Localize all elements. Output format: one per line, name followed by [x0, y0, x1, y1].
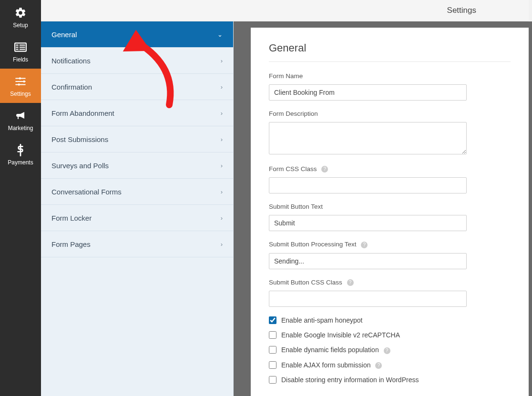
sidebar-label: Setup [13, 22, 28, 29]
page-title: Settings [447, 6, 476, 15]
settings-item-label: Conversational Forms [51, 188, 122, 196]
svg-rect-1 [16, 44, 18, 45]
form-name-label: Form Name [269, 72, 511, 80]
chevron-right-icon: › [221, 83, 223, 91]
checkbox-input[interactable] [269, 376, 276, 384]
chevron-right-icon: › [221, 214, 223, 222]
form-description-label: Form Description [269, 110, 511, 117]
checkbox-disable-storing[interactable]: Disable storing entry information in Wor… [269, 376, 511, 384]
divider [269, 61, 511, 62]
submit-css-label: Submit Button CSS Class ? [269, 279, 511, 286]
chevron-down-icon: ⌄ [217, 31, 223, 38]
settings-item-label: Form Locker [51, 214, 92, 222]
content-area: General Form Name Form Description Form … [234, 21, 532, 396]
content-panel: General Form Name Form Description Form … [251, 28, 529, 396]
svg-point-7 [19, 77, 21, 79]
help-icon[interactable]: ? [347, 279, 354, 286]
checkbox-label: Disable storing entry information in Wor… [281, 376, 419, 384]
submit-processing-label: Submit Button Processing Text ? [269, 241, 511, 248]
checkbox-input[interactable] [269, 331, 276, 339]
sidebar-item-setup[interactable]: Setup [0, 0, 41, 34]
form-description-input[interactable] [269, 122, 467, 154]
checkbox-label: Enable AJAX form submission ? [281, 361, 382, 369]
settings-item-label: Notifications [51, 57, 91, 65]
settings-item-confirmation[interactable]: Confirmation › [41, 74, 233, 100]
svg-rect-3 [16, 49, 18, 50]
settings-item-label: Confirmation [51, 83, 92, 91]
checkbox-input[interactable] [269, 361, 276, 369]
svg-point-9 [18, 83, 20, 85]
dollar-icon [16, 143, 25, 157]
svg-point-8 [23, 80, 25, 82]
submit-processing-input[interactable] [269, 253, 467, 269]
checkbox-label: Enable Google Invisible v2 reCAPTCHA [281, 331, 400, 339]
help-icon[interactable]: ? [384, 347, 390, 354]
content-title: General [269, 42, 511, 54]
sidebar-item-settings[interactable]: Settings [0, 69, 41, 103]
chevron-right-icon: › [221, 110, 223, 117]
settings-nav: General ⌄ Notifications › Confirmation ›… [41, 21, 234, 396]
settings-item-label: Surveys and Polls [51, 162, 109, 170]
submit-text-input[interactable] [269, 215, 467, 231]
main-sidebar: Setup Fields Settings Marketing Payments [0, 0, 41, 396]
checkbox-honeypot[interactable]: Enable anti-spam honeypot [269, 316, 511, 324]
bullhorn-icon [14, 109, 27, 122]
settings-item-general[interactable]: General ⌄ [41, 21, 233, 48]
settings-item-label: Post Submissions [51, 135, 108, 143]
sidebar-item-fields[interactable]: Fields [0, 34, 41, 69]
chevron-right-icon: › [221, 241, 223, 248]
settings-item-form-abandonment[interactable]: Form Abandonment › [41, 100, 233, 126]
checkbox-label: Enable dynamic fields population ? [281, 346, 390, 354]
svg-rect-5 [20, 46, 25, 47]
submit-css-input[interactable] [269, 291, 467, 307]
settings-item-form-pages[interactable]: Form Pages › [41, 231, 233, 257]
sidebar-label: Payments [8, 159, 33, 166]
sidebar-label: Marketing [8, 125, 33, 132]
sidebar-label: Fields [13, 56, 28, 63]
chevron-right-icon: › [221, 162, 223, 169]
chevron-right-icon: › [221, 57, 223, 64]
settings-item-form-locker[interactable]: Form Locker › [41, 205, 233, 231]
settings-item-post-submissions[interactable]: Post Submissions › [41, 126, 233, 152]
gear-icon [14, 6, 27, 20]
form-css-class-input[interactable] [269, 177, 467, 193]
sidebar-item-marketing[interactable]: Marketing [0, 103, 41, 137]
checkbox-input[interactable] [269, 316, 276, 324]
form-css-class-label: Form CSS Class ? [269, 165, 511, 173]
list-icon [14, 41, 27, 54]
sidebar-item-payments[interactable]: Payments [0, 137, 41, 172]
chevron-right-icon: › [221, 136, 223, 143]
svg-rect-4 [20, 44, 25, 45]
checkbox-recaptcha[interactable]: Enable Google Invisible v2 reCAPTCHA [269, 331, 511, 339]
settings-item-label: General [51, 30, 77, 39]
settings-item-label: Form Pages [51, 240, 91, 248]
submit-text-label: Submit Button Text [269, 203, 511, 210]
form-name-input[interactable] [269, 84, 467, 101]
checkbox-dynamic-fields[interactable]: Enable dynamic fields population ? [269, 346, 511, 354]
sliders-icon [14, 75, 27, 88]
header: Settings [41, 0, 529, 21]
checkbox-label: Enable anti-spam honeypot [281, 316, 362, 324]
chevron-right-icon: › [221, 188, 223, 195]
settings-item-notifications[interactable]: Notifications › [41, 48, 233, 74]
svg-rect-2 [16, 46, 18, 47]
help-icon[interactable]: ? [375, 362, 382, 369]
settings-item-label: Form Abandonment [51, 109, 114, 117]
help-icon[interactable]: ? [321, 166, 328, 173]
checkbox-input[interactable] [269, 346, 276, 354]
svg-rect-6 [20, 49, 25, 50]
sidebar-label: Settings [10, 91, 31, 97]
help-icon[interactable]: ? [361, 242, 368, 248]
settings-item-surveys-polls[interactable]: Surveys and Polls › [41, 152, 233, 179]
checkbox-ajax[interactable]: Enable AJAX form submission ? [269, 361, 511, 369]
settings-item-conversational-forms[interactable]: Conversational Forms › [41, 179, 233, 205]
